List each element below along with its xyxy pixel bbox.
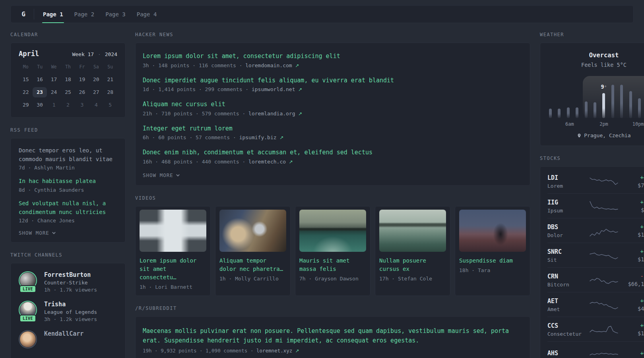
calendar-day[interactable]: 22 xyxy=(19,87,33,97)
calendar-day[interactable]: 3 xyxy=(75,100,89,110)
video-thumbnail[interactable] xyxy=(219,210,286,252)
stock-sparkline xyxy=(584,346,624,358)
calendar-day[interactable]: 17 xyxy=(47,74,61,85)
left-column: CALENDAR April Week 17 · 2024 MoTuWeThFr… xyxy=(10,26,126,358)
top-navigation-bar: G Page 1Page 2Page 3Page 4 xyxy=(10,5,634,23)
twitch-channel-info: Trisha League of Legends 3h · 1.2k viewe… xyxy=(44,301,97,322)
hn-story-title[interactable]: Integer eget rutrum lorem xyxy=(143,124,523,133)
hn-story-title[interactable]: Aliquam nec cursus elit xyxy=(143,100,523,109)
stock-change: -1.00% xyxy=(624,273,644,279)
calendar-day[interactable]: 20 xyxy=(89,74,103,85)
stock-symbol: LDI xyxy=(547,174,584,181)
calendar-day[interactable]: 26 xyxy=(75,87,89,97)
hackernews-show-more-button[interactable]: SHOW MORE xyxy=(143,172,523,178)
video-title[interactable]: Lorem ipsum dolor sit amet consectetu… xyxy=(140,257,206,282)
video-thumbnail[interactable] xyxy=(459,210,526,252)
live-badge: LIVE xyxy=(19,315,36,322)
stock-change: +0.46% xyxy=(624,350,644,356)
calendar-weekday: We xyxy=(47,64,61,72)
stock-row[interactable]: AHS +0.46% xyxy=(547,342,644,358)
hn-story-meta: 21h · 710 points · 579 comments · loreml… xyxy=(143,111,523,117)
subreddit-post-domain-link[interactable]: loremnet.xyz ↗ xyxy=(256,348,299,354)
stock-values: +0.46% xyxy=(624,350,644,358)
stock-row[interactable]: LDI Lorem +4.35% $795.18 xyxy=(547,169,644,194)
stock-row[interactable]: IIG Ipsum +2.84% $42.04 xyxy=(547,194,644,218)
calendar-weekday: Tu xyxy=(33,64,47,72)
calendar-day[interactable]: 2 xyxy=(61,100,75,110)
video-title[interactable]: Nullam posuere cursus ex xyxy=(379,257,446,273)
twitch-avatar[interactable]: LIVE xyxy=(19,301,37,319)
calendar-day[interactable]: 27 xyxy=(89,87,103,97)
tab-page-3[interactable]: Page 3 xyxy=(100,6,131,23)
calendar-day[interactable]: 5 xyxy=(103,100,117,110)
calendar-day[interactable]: 24 xyxy=(47,87,61,97)
stock-row[interactable]: AET Amet +0.92% $499.72 xyxy=(547,292,644,317)
calendar-day-selected[interactable]: 23 xyxy=(33,87,47,97)
hn-story-domain-link[interactable]: loremdomain.com ↗ xyxy=(245,62,299,68)
video-title[interactable]: Aliquam tempor dolor nec pharetra… xyxy=(219,257,286,273)
app-logo[interactable]: G xyxy=(13,6,34,23)
video-thumbnail[interactable] xyxy=(140,210,206,252)
stock-price: $795.18 xyxy=(624,182,644,189)
video-thumbnail[interactable] xyxy=(379,210,446,252)
weather-feels-like: Feels like 5°C xyxy=(548,62,644,68)
stock-price: $499.72 xyxy=(624,305,644,312)
stock-price: $165.84 xyxy=(624,330,644,337)
hn-story: Donec enim nibh, condimentum et accumsan… xyxy=(143,148,523,165)
tab-page-2[interactable]: Page 2 xyxy=(69,6,100,23)
calendar-day[interactable]: 30 xyxy=(33,100,47,110)
hn-story-title[interactable]: Lorem ipsum dolor sit amet, consectetur … xyxy=(143,52,523,61)
stock-symbol: CCS xyxy=(547,322,584,329)
external-link-icon: ↗ xyxy=(279,135,283,140)
calendar-day[interactable]: 18 xyxy=(61,74,75,85)
stock-identity: SNRC Sit xyxy=(547,248,584,263)
twitch-channel-name[interactable]: ForrestBurton xyxy=(44,271,97,278)
weather-widget: Overcast Feels like 5°C 9° 6am2pm10pm Pr… xyxy=(540,43,644,146)
hn-story-domain-link[interactable]: ipsumworld.net ↗ xyxy=(252,86,302,92)
rss-show-more-button[interactable]: SHOW MORE xyxy=(19,230,117,236)
twitch-avatar[interactable]: LIVE xyxy=(19,271,37,290)
stock-row[interactable]: CRN Bitcorn -1.00% $66,171.48 xyxy=(547,268,644,292)
stock-row[interactable]: SNRC Sit +1.36% $148.64 xyxy=(547,243,644,268)
twitch-channel-name[interactable]: Trisha xyxy=(44,301,97,308)
stock-sparkline xyxy=(584,272,624,288)
twitch-channel-meta: 1h · 1.7k viewers xyxy=(44,287,97,293)
calendar-day[interactable]: 15 xyxy=(19,74,33,85)
stock-row[interactable]: DBS Dolor +1.42% $156.28 xyxy=(547,218,644,243)
stock-change: +2.84% xyxy=(624,199,644,205)
hn-story-title[interactable]: Donec enim nibh, condimentum et accumsan… xyxy=(143,148,523,157)
calendar-day[interactable]: 16 xyxy=(33,74,47,85)
calendar-day[interactable]: 19 xyxy=(75,74,89,85)
subreddit-post-title[interactable]: Maecenas mollis pulvinar erat non posuer… xyxy=(143,326,523,346)
stock-row[interactable]: CCS Consectetur +0.51% $165.84 xyxy=(547,317,644,342)
stock-values: +1.36% $148.64 xyxy=(624,248,644,263)
stock-name: Sit xyxy=(547,257,584,263)
calendar-day[interactable]: 21 xyxy=(103,74,117,85)
calendar-day[interactable]: 1 xyxy=(47,100,61,110)
hn-story-domain-link[interactable]: loremlandia.org ↗ xyxy=(248,111,302,117)
twitch-avatar[interactable] xyxy=(19,330,37,348)
hn-story-domain-link[interactable]: loremtech.co ↗ xyxy=(248,159,293,165)
rss-item-title[interactable]: Sed volutpat nulla nisl, a condimentum n… xyxy=(19,199,117,216)
twitch-channel-name[interactable]: KendallCarr xyxy=(44,330,83,337)
calendar-day[interactable]: 25 xyxy=(61,87,75,97)
right-column: WEATHER Overcast Feels like 5°C 9° 6am2p… xyxy=(540,26,644,358)
video-title[interactable]: Suspendisse diam xyxy=(459,257,526,265)
stock-identity: CCS Consectetur xyxy=(547,322,584,337)
tab-page-1[interactable]: Page 1 xyxy=(37,6,69,23)
hn-story-domain-link[interactable]: ipsumify.biz ↗ xyxy=(239,134,284,140)
video-card: Aliquam tempor dolor nec pharetra… 1h · … xyxy=(215,206,291,296)
hn-story-title[interactable]: Donec imperdiet augue tincidunt felis al… xyxy=(143,76,523,85)
twitch-section-label: TWITCH CHANNELS xyxy=(10,252,126,258)
calendar-day[interactable]: 4 xyxy=(89,100,103,110)
tab-page-4[interactable]: Page 4 xyxy=(131,6,163,23)
stock-price: $42.04 xyxy=(624,207,644,213)
calendar-day[interactable]: 29 xyxy=(19,100,33,110)
video-meta: 18h · Tara xyxy=(459,267,526,273)
rss-item-title[interactable]: In hac habitasse platea xyxy=(19,177,117,186)
video-thumbnail[interactable] xyxy=(299,210,366,252)
rss-item-title[interactable]: Donec tempor eros leo, ut commodo mauris… xyxy=(19,146,117,163)
calendar-day[interactable]: 28 xyxy=(103,87,117,97)
video-title[interactable]: Mauris sit amet massa felis xyxy=(299,257,366,273)
stock-symbol: SNRC xyxy=(547,248,584,255)
